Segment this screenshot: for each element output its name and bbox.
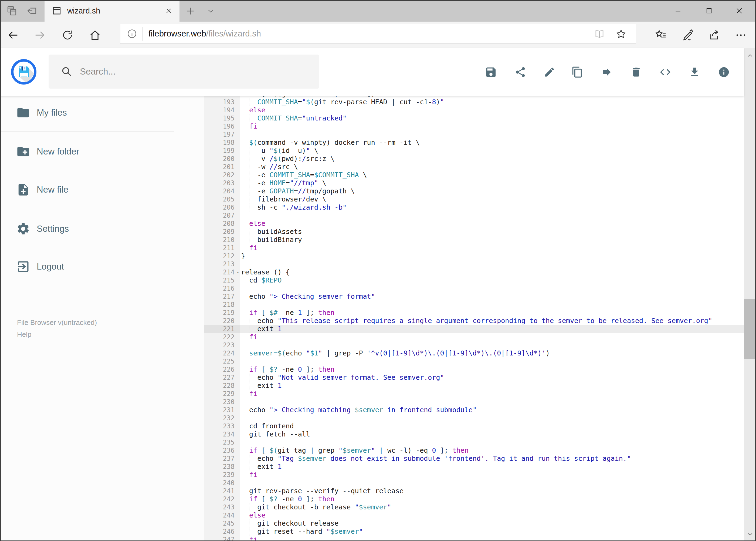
sidebar-item-settings[interactable]: Settings — [0, 215, 204, 242]
download-button[interactable] — [687, 64, 702, 80]
code-line[interactable] — [240, 260, 744, 268]
code-line[interactable]: else — [240, 511, 744, 519]
code-line[interactable]: semver=$(echo "$1" | grep -P '^v(0|[1-9]… — [240, 349, 744, 357]
code-line[interactable]: fi — [240, 536, 744, 541]
code-line[interactable] — [240, 357, 744, 365]
code-line[interactable]: buildAssets — [240, 228, 744, 236]
info-button[interactable] — [716, 64, 732, 80]
code-line[interactable]: fi — [240, 244, 744, 252]
fold-toggle-icon[interactable]: ▾ — [237, 268, 239, 276]
delete-button[interactable] — [629, 64, 644, 80]
code-line[interactable]: else — [240, 220, 744, 228]
code-line[interactable]: git reset --hard "$semver" — [240, 527, 744, 536]
code-line[interactable]: COMMIT_SHA="$(git rev-parse HEAD | cut -… — [240, 98, 744, 106]
code-line[interactable] — [240, 438, 744, 446]
add-favorite-button[interactable] — [615, 28, 627, 40]
code-view-button[interactable] — [657, 64, 673, 80]
browser-tab[interactable]: wizard.sh — [45, 0, 179, 22]
code-line[interactable]: echo "> Checking semver format" — [240, 292, 744, 300]
code-line[interactable]: git checkout release — [240, 519, 744, 527]
code-line[interactable]: $(command -v winpty) docker run --rm -it… — [240, 139, 744, 147]
share-button[interactable] — [707, 28, 722, 43]
code-line[interactable]: else — [240, 106, 744, 114]
code-line[interactable]: if [ $(git tag | grep "$semver" | wc -l)… — [240, 446, 744, 455]
code-line[interactable]: -e COMMIT_SHA=$COMMIT_SHA \ — [240, 171, 744, 179]
code-line[interactable]: -v /$(pwd):/src:z \ — [240, 155, 744, 163]
code-line[interactable]: exit 1 — [240, 463, 744, 471]
code-line[interactable]: fi — [240, 390, 744, 398]
code-line[interactable]: exit 1 — [240, 382, 744, 390]
tab-preview-button[interactable] — [5, 4, 19, 18]
maximize-button[interactable] — [694, 0, 724, 22]
code-line[interactable]: fi — [240, 122, 744, 131]
hub-button[interactable] — [653, 28, 668, 43]
code-line[interactable]: filebrowser/dev \ — [240, 195, 744, 204]
code-line[interactable]: if [ $# -ne 1 ]; then — [240, 309, 744, 317]
code-line[interactable]: exit 1 — [240, 325, 744, 333]
code-line[interactable]: cd frontend — [240, 422, 744, 430]
help-link[interactable]: Help — [17, 328, 97, 340]
code-line[interactable]: cd $REPO — [240, 276, 744, 284]
code-line[interactable]: COMMIT_SHA="untracked" — [240, 114, 744, 122]
code-line[interactable]: if [ $? -ne 0 ]; then — [240, 365, 744, 373]
code-line[interactable] — [240, 131, 744, 139]
code-line[interactable] — [240, 212, 744, 220]
copy-button[interactable] — [570, 64, 585, 80]
code-line[interactable]: git rev-parse --verify --quiet release — [240, 487, 744, 495]
code-line[interactable]: git checkout -b release "$semver" — [240, 503, 744, 511]
code-line[interactable]: sh -c "./wizard.sh -b" — [240, 204, 744, 212]
code-line[interactable] — [240, 300, 744, 309]
code-line[interactable]: if [ $? -ne 0 ]; then — [240, 495, 744, 503]
tab-preview-toggle[interactable] — [205, 5, 217, 17]
search-input[interactable] — [79, 66, 301, 77]
code-line[interactable]: echo "This release script requires a sin… — [240, 317, 744, 325]
more-menu-button[interactable] — [733, 28, 748, 43]
url-bar[interactable]: filebrowser.web/files/wizard.sh — [120, 24, 636, 44]
home-button[interactable] — [88, 28, 103, 43]
scrollbar[interactable] — [744, 48, 756, 541]
code-line[interactable]: echo "> Checking matching $semver in fro… — [240, 406, 744, 414]
sidebar-item-logout[interactable]: Logout — [0, 253, 204, 280]
set-tabs-aside-button[interactable] — [25, 4, 39, 18]
code-line[interactable]: } — [240, 252, 744, 260]
code-line[interactable] — [240, 414, 744, 422]
code-line[interactable] — [240, 284, 744, 292]
code-line[interactable]: buildBinary — [240, 236, 744, 244]
scroll-up-button[interactable] — [744, 49, 756, 62]
code-line[interactable]: -e HOME="//tmp" \ — [240, 179, 744, 187]
web-note-button[interactable] — [680, 28, 695, 43]
scrollbar-thumb[interactable] — [744, 299, 756, 359]
code-line[interactable]: -w //src \ — [240, 163, 744, 171]
sidebar-item-my-files[interactable]: My files — [0, 99, 204, 126]
rename-button[interactable] — [542, 64, 557, 80]
sidebar-item-new-file[interactable]: New file — [0, 176, 204, 203]
back-button[interactable] — [5, 28, 21, 43]
refresh-button[interactable] — [60, 28, 75, 43]
code-line[interactable]: git fetch --all — [240, 430, 744, 438]
code-editor[interactable]: 192 if [ "$(git status -s)" = "" ]; then… — [204, 96, 744, 541]
minimize-button[interactable] — [663, 0, 693, 22]
scroll-down-button[interactable] — [744, 528, 756, 540]
new-tab-button[interactable] — [184, 5, 196, 17]
share-file-button[interactable] — [513, 64, 528, 80]
filebrowser-logo[interactable] — [11, 59, 37, 85]
code-line[interactable]: fi — [240, 333, 744, 341]
save-button[interactable] — [483, 64, 499, 80]
tab-close-button[interactable] — [164, 6, 173, 16]
close-window-button[interactable] — [724, 0, 754, 22]
site-info-icon[interactable] — [126, 28, 137, 39]
code-line[interactable]: -e GOPATH=//tmp/gopath \ — [240, 187, 744, 195]
forward-button[interactable] — [32, 28, 48, 43]
code-line[interactable] — [240, 398, 744, 406]
sidebar-item-new-folder[interactable]: New folder — [0, 138, 204, 165]
code-line[interactable]: echo "Not valid semver format. See semve… — [240, 373, 744, 382]
code-line[interactable]: if [ "$(git status -s)" = "" ]; then — [240, 96, 744, 98]
move-button[interactable] — [599, 64, 615, 80]
code-line[interactable]: release () { — [240, 268, 744, 276]
code-line[interactable] — [240, 341, 744, 349]
search-bar[interactable] — [49, 55, 319, 89]
code-line[interactable] — [240, 479, 744, 487]
code-line[interactable]: fi — [240, 471, 744, 479]
reading-view-button[interactable] — [593, 28, 606, 40]
code-line[interactable]: echo "Tag $semver does not exist in subm… — [240, 455, 744, 463]
